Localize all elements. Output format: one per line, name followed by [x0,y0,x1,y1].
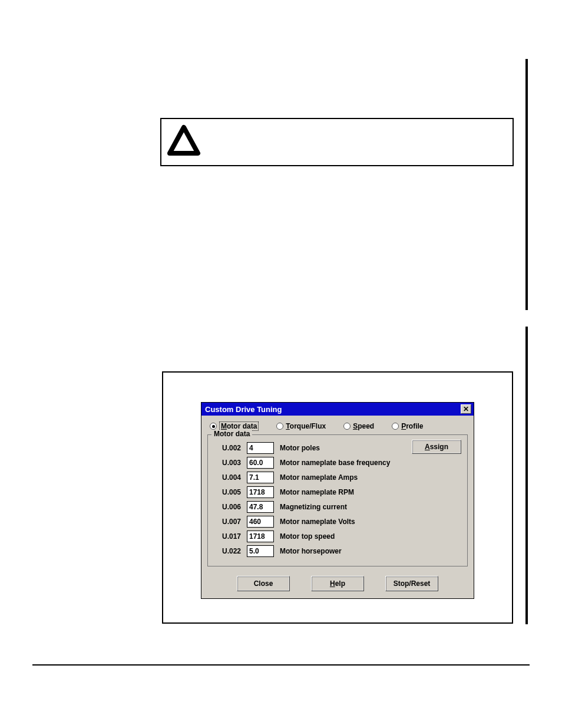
page-border [525,327,528,624]
warning-triangle-icon [166,124,201,159]
param-description: Motor nameplate Volts [280,518,461,526]
motor-data-group: Motor data Assign U.002Motor polesU.003M… [207,434,468,566]
tab-radio-label: Profile [401,422,423,430]
horizontal-rule [32,664,530,666]
titlebar: Custom Drive Tuning ✕ [201,403,474,416]
radio-icon [276,423,283,430]
param-code: U.022 [214,547,241,555]
param-description: Motor nameplate base frequency [280,459,461,467]
param-code: U.006 [214,503,241,511]
dialog-frame: Custom Drive Tuning ✕ Motor dataTorque/F… [162,371,513,624]
param-description: Motor nameplate Amps [280,473,461,482]
page-border [525,59,528,310]
warning-box [160,118,514,166]
param-row: U.006Magnetizing current [214,501,461,513]
tab-radio-torque-flux[interactable]: Torque/Flux [276,421,326,431]
param-value-input[interactable] [247,457,274,469]
param-value-input[interactable] [247,516,274,528]
param-code: U.005 [214,488,241,496]
tab-radio-label: Speed [353,422,374,430]
tab-radio-speed[interactable]: Speed [343,421,374,431]
param-row: U.003Motor nameplate base frequency [214,457,461,469]
param-value-input[interactable] [247,442,274,454]
param-value-input[interactable] [247,545,274,557]
param-description: Magnetizing current [280,503,461,511]
close-button[interactable]: Close [237,576,290,591]
param-code: U.017 [214,532,241,541]
groupbox-label: Motor data [211,430,252,438]
stop-reset-button[interactable]: Stop/Reset [385,576,438,591]
param-code: U.003 [214,459,241,467]
param-description: Motor nameplate RPM [280,488,461,496]
close-icon[interactable]: ✕ [461,404,471,414]
radio-icon [210,423,217,430]
window-title: Custom Drive Tuning [204,405,282,414]
param-row: U.017Motor top speed [214,531,461,542]
help-button[interactable]: Help [311,576,364,591]
dialog-buttons: Close Help Stop/Reset [201,572,474,598]
param-code: U.002 [214,444,241,452]
param-value-input[interactable] [247,531,274,542]
param-rows: U.002Motor polesU.003Motor nameplate bas… [214,442,461,557]
param-value-input[interactable] [247,472,274,483]
radio-icon [343,423,351,430]
param-row: U.022Motor horsepower [214,545,461,557]
param-code: U.007 [214,518,241,526]
custom-drive-tuning-dialog: Custom Drive Tuning ✕ Motor dataTorque/F… [201,402,474,599]
tab-radio-profile[interactable]: Profile [392,421,423,431]
param-row: U.005Motor nameplate RPM [214,486,461,498]
param-description: Motor horsepower [280,547,461,555]
assign-button[interactable]: Assign [412,440,461,454]
param-row: U.004Motor nameplate Amps [214,472,461,483]
param-row: U.007Motor nameplate Volts [214,516,461,528]
param-description: Motor top speed [280,532,461,541]
tab-radio-label: Motor data [221,422,257,430]
param-value-input[interactable] [247,501,274,513]
param-value-input[interactable] [247,486,274,498]
param-code: U.004 [214,473,241,482]
tab-radio-label: Torque/Flux [286,422,326,430]
radio-icon [392,423,399,430]
